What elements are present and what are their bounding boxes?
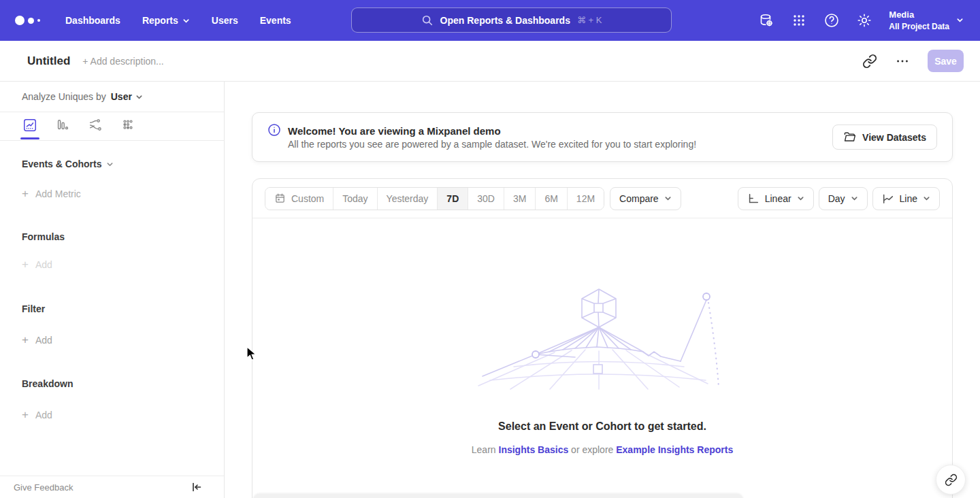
nav-item-dashboards[interactable]: Dashboards: [54, 10, 131, 31]
project-switcher[interactable]: Media All Project Data: [889, 9, 964, 32]
chevron-down-icon: [797, 195, 804, 202]
analyze-entity-dropdown[interactable]: User: [111, 91, 143, 102]
more-options-icon[interactable]: [895, 54, 910, 69]
apps-grid-icon[interactable]: [791, 12, 807, 29]
folder-icon: [843, 131, 856, 144]
chart-type-tabs: [0, 112, 224, 141]
nav-item-label: Events: [260, 15, 291, 26]
date-range-7d[interactable]: 7D: [438, 188, 468, 210]
nav-item-users[interactable]: Users: [201, 10, 249, 31]
tab-line-chart[interactable]: [22, 118, 38, 139]
nav-item-reports[interactable]: Reports: [131, 10, 201, 31]
collapse-sidebar-icon[interactable]: [191, 482, 202, 493]
compare-label: Compare: [619, 193, 659, 204]
nav-item-label: Reports: [142, 15, 178, 26]
chevron-down-icon: [923, 195, 930, 202]
view-datasets-button[interactable]: View Datasets: [832, 124, 937, 150]
chevron-down-icon: [851, 195, 858, 202]
calendar-icon: [274, 193, 286, 204]
section-events-cohorts[interactable]: Events & Cohorts: [0, 159, 224, 169]
help-icon[interactable]: [823, 12, 840, 29]
chevron-down-icon: [106, 161, 114, 168]
bar-chart-icon: [55, 118, 70, 133]
date-range-6m[interactable]: 6M: [536, 188, 567, 210]
tab-flows-chart[interactable]: [87, 118, 103, 139]
report-header: Untitled + Add description... Save: [0, 41, 980, 82]
empty-state: Select an Event or Cohort to get started…: [252, 218, 952, 498]
report-description-placeholder[interactable]: + Add description...: [82, 56, 163, 67]
main-content: Welcome! You are viewing a Mixpanel demo…: [225, 82, 980, 498]
query-builder-sidebar: Analyze Uniques by User: [0, 82, 225, 498]
date-range-label: 30D: [477, 193, 495, 204]
banner-title: Welcome! You are viewing a Mixpanel demo: [288, 125, 696, 137]
date-range-today[interactable]: Today: [333, 188, 377, 210]
chevron-down-icon: [135, 93, 143, 101]
card-toolbar: Custom Today Yesterday 7D 30D 3M 6M 12M …: [252, 179, 952, 218]
nav-right-cluster: Media All Project Data: [758, 0, 964, 41]
analyze-entity-value: User: [111, 91, 132, 102]
link-icon: [945, 474, 958, 486]
report-card: Custom Today Yesterday 7D 30D 3M 6M 12M …: [252, 178, 953, 498]
add-breakdown-label: Add: [35, 410, 52, 420]
date-range-custom[interactable]: Custom: [265, 188, 333, 210]
data-management-icon[interactable]: [758, 12, 774, 29]
date-range-label: 12M: [576, 193, 595, 204]
search-icon: [421, 14, 434, 27]
empty-state-illustration: [473, 286, 732, 392]
date-range-label: 7D: [446, 193, 459, 204]
banner-text: Welcome! You are viewing a Mixpanel demo…: [288, 125, 696, 150]
add-breakdown-button[interactable]: + Add: [0, 408, 224, 422]
linear-scale-icon: [747, 193, 760, 205]
global-search[interactable]: Open Reports & Dashboards ⌘ + K: [351, 7, 672, 33]
collapsed-bottom-sheet[interactable]: [253, 494, 743, 498]
chevron-down-icon: [664, 195, 672, 202]
date-range-30d[interactable]: 30D: [468, 188, 504, 210]
plus-icon: +: [22, 187, 29, 201]
tab-metrics-grid[interactable]: [120, 118, 136, 139]
example-reports-link[interactable]: Example Insights Reports: [616, 444, 733, 455]
chart-type-dropdown[interactable]: Line: [872, 187, 940, 210]
interval-label: Day: [828, 193, 845, 204]
insights-basics-link[interactable]: Insights Basics: [499, 444, 569, 455]
line-chart-icon: [22, 118, 37, 133]
chevron-down-icon: [182, 17, 190, 24]
report-title[interactable]: Untitled: [27, 54, 70, 68]
add-metric-button[interactable]: + Add Metric: [0, 187, 224, 201]
nav-item-events[interactable]: Events: [249, 10, 302, 31]
add-formula-button[interactable]: + Add: [0, 258, 224, 271]
date-range-label: Yesterday: [387, 193, 429, 204]
date-range-yesterday[interactable]: Yesterday: [378, 188, 438, 210]
banner-body: All the reports you see are powered by a…: [288, 139, 696, 150]
settings-gear-icon[interactable]: [856, 12, 872, 29]
line-chart-icon: [882, 193, 894, 205]
chart-type-label: Line: [900, 193, 917, 204]
give-feedback-link[interactable]: Give Feedback: [14, 482, 73, 493]
date-range-label: Custom: [291, 193, 324, 204]
date-range-12m[interactable]: 12M: [568, 188, 604, 210]
analyze-row: Analyze Uniques by User: [0, 82, 224, 112]
date-range-control: Custom Today Yesterday 7D 30D 3M 6M 12M: [265, 187, 604, 210]
search-shortcut: ⌘ + K: [577, 15, 602, 25]
tab-bar-chart[interactable]: [54, 118, 71, 139]
save-button[interactable]: Save: [928, 50, 964, 72]
nav-item-label: Dashboards: [65, 15, 120, 26]
interval-dropdown[interactable]: Day: [819, 187, 868, 210]
chevron-down-icon: [956, 16, 964, 24]
section-title: Filter: [22, 303, 45, 314]
copy-link-icon[interactable]: [862, 54, 877, 69]
toolbar-right: Linear Day Line: [738, 187, 940, 210]
welcome-banner: Welcome! You are viewing a Mixpanel demo…: [252, 112, 953, 162]
add-filter-label: Add: [35, 335, 52, 346]
section-breakdown: Breakdown: [0, 378, 224, 389]
floating-copy-link-button[interactable]: [936, 465, 966, 495]
compare-dropdown[interactable]: Compare: [610, 187, 681, 210]
date-range-label: Today: [342, 193, 368, 204]
add-metric-label: Add Metric: [35, 188, 81, 199]
add-filter-button[interactable]: + Add: [0, 333, 224, 347]
date-range-3m[interactable]: 3M: [504, 188, 536, 210]
mixpanel-logo[interactable]: [15, 16, 46, 25]
plus-icon: +: [22, 333, 29, 347]
section-formulas: Formulas: [0, 231, 224, 242]
section-filter: Filter: [0, 303, 224, 314]
scale-dropdown[interactable]: Linear: [738, 187, 814, 210]
